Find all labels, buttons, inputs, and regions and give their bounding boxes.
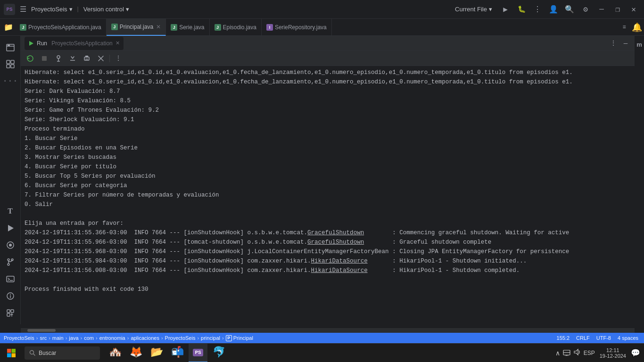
tab-serierepository[interactable]: I SerieRepository.java [262,19,332,36]
tab-episodio[interactable]: J Episodio.java [210,19,262,36]
sidebar-item-project[interactable] [3,40,18,55]
run-tab-active[interactable]: Run ProyectoSeisApplication ✕ [25,37,124,50]
scroll-end-button[interactable] [67,53,78,64]
svg-line-36 [33,354,35,355]
console-line: Hibernate: select e1_0.serie_id,e1_0.id,… [25,79,573,85]
sidebar-item-more[interactable]: ··· [3,74,18,89]
console-output[interactable]: Hibernate: select e1_0.serie_id,e1_0.id,… [21,66,635,328]
settings-button[interactable]: ⚙ [579,3,592,16]
sidebar-item-plugins[interactable] [3,305,18,321]
breadcrumb-item: main [52,335,64,341]
tray-language[interactable]: ESP [584,350,595,356]
stop-button[interactable] [39,53,50,64]
class-badge: P [226,335,232,341]
console-line: Elija una entrada por favor: [25,220,124,227]
version-control-chevron: ▾ [126,6,129,13]
profile-button[interactable]: 👤 [547,3,560,16]
taskbar-app-files[interactable]: 📂 [147,344,166,362]
indent[interactable]: 4 spaces [616,335,640,341]
version-control-menu[interactable]: Version control ▾ [83,6,129,13]
tab-principal[interactable]: J Principal.java ✕ [107,19,166,36]
svg-rect-5 [11,65,14,68]
tray-notifications[interactable]: 💬 [631,348,640,357]
left-sidebar: ··· T [0,36,21,324]
cursor-position[interactable]: 155:2 [555,335,572,341]
run-tab-close[interactable]: ✕ [116,40,120,46]
search-everywhere-button[interactable]: 🔍 [563,3,576,16]
more-actions-button[interactable]: ⋮ [531,3,544,16]
run-tab-icon [28,41,34,46]
sidebar-item-run[interactable] [3,221,18,236]
breadcrumb[interactable]: ProyectoSeis › src › main › java › com ›… [4,335,253,341]
breadcrumb-class-name: Principal [233,335,253,341]
print-button[interactable] [81,53,92,64]
start-button[interactable] [0,344,23,362]
svg-rect-2 [7,60,10,64]
taskbar-app-village[interactable]: 🏘️ [106,344,124,362]
run-panel-more[interactable]: ⋮ [608,38,619,49]
tab-label: ProyectoSeisApplication.java [28,24,101,31]
clear-button[interactable] [95,53,107,64]
taskbar-search[interactable]: Buscar [25,346,100,360]
tab-close-button[interactable]: ✕ [156,24,161,30]
windows-logo [7,348,16,358]
breadcrumb-item: src [40,335,47,341]
sidebar-item-debug[interactable] [3,238,18,253]
console-line: 3. Mostrar Series buscadas [25,154,116,161]
scrollbar-thumb[interactable] [27,329,56,332]
minimize-button[interactable]: — [595,3,608,16]
hamburger-menu[interactable]: ☰ [18,3,28,16]
tray-expand[interactable]: ∧ [555,349,560,357]
tray-network[interactable] [563,348,570,357]
console-line: 2024-12-19T11:31:56.008-03:00 INFO 7664 … [25,267,520,274]
current-file-selector[interactable]: Current File ▾ [451,4,496,14]
console-line: 2024-12-19T11:31:55.366-03:00 INFO 7664 … [25,230,569,236]
line-ending[interactable]: CRLF [574,335,592,341]
run-tab-actions: ⋮ — [608,38,631,49]
tab-proyectoseisapplication[interactable]: J ProyectoSeisApplication.java [15,19,107,36]
breadcrumb-item: com [84,335,94,341]
tray-clock[interactable]: 12:11 19-12-2024 [598,347,628,359]
version-control-label: Version control [83,6,124,13]
tabs-more-button[interactable]: ≡ [619,22,630,33]
taskbar-app-mail[interactable]: 📬 [168,344,187,362]
tab-serie[interactable]: J Serie.java [166,19,209,36]
taskbar-app-intellij[interactable]: PS [189,344,207,362]
java-icon: J [111,24,118,30]
notification-bell[interactable]: 🔔 [632,22,642,33]
current-file-label: Current File [455,6,487,13]
debug-button[interactable]: 🐛 [515,3,528,16]
svg-rect-16 [7,310,10,313]
run-button[interactable]: ▶ [499,3,512,16]
rerun-button[interactable] [25,53,36,64]
console-line: Proceso terminado [25,126,85,132]
pin-button[interactable] [53,53,64,64]
restore-button[interactable]: ❐ [611,3,624,16]
close-button[interactable]: ✕ [627,3,640,16]
java-icon: J [215,24,221,31]
project-selector[interactable]: ProyectoSeis ▾ [31,6,73,13]
toolbar-more[interactable]: ⋮ [113,53,124,64]
run-panel-minimize[interactable]: — [620,38,631,49]
tab-label: SerieRepository.java [275,24,327,31]
clock-time: 12:11 [606,347,619,353]
horizontal-scrollbar[interactable] [21,328,635,333]
sidebar-item-font[interactable]: T [3,204,18,219]
sidebar-item-git[interactable] [3,255,18,270]
taskbar-app-firefox[interactable]: 🦊 [126,344,145,362]
svg-point-9 [8,259,9,261]
svg-rect-26 [85,56,88,58]
current-file-chevron: ▾ [489,6,492,13]
java-icon: J [20,24,26,31]
sidebar-item-structure[interactable] [3,57,18,72]
folder-toggle[interactable]: 📁 [2,21,15,34]
search-icon [29,350,36,356]
m-indicator[interactable]: m [635,36,644,48]
svg-point-8 [9,244,12,247]
sidebar-item-terminal[interactable] [3,272,18,287]
encoding[interactable]: UTF-8 [594,335,613,341]
sidebar-item-info[interactable] [3,288,18,304]
svg-rect-33 [7,353,11,357]
tray-volume[interactable] [573,348,581,357]
taskbar-app-db[interactable]: 🐬 [209,344,228,362]
